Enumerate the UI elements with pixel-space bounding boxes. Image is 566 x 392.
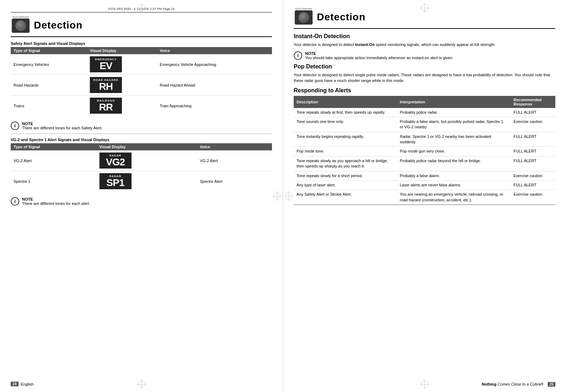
alert-desc: Pop mode tone. — [294, 147, 397, 156]
crosshair-right-left — [272, 191, 282, 201]
safety-table: Type of Signal Visual Display Voice Emer… — [11, 47, 272, 116]
left-footer-left: 24 English — [11, 382, 34, 386]
meta-text: 9376-XRS 9930 - 6 12/20/05 2:37 PM Page … — [108, 7, 175, 11]
alert-response: Exercise caution — [511, 117, 555, 132]
svg-text:i: i — [14, 198, 16, 204]
instant-on-para: Your detector is designed to detect Inst… — [294, 42, 555, 48]
note-box-right: i NOTE You should take appropriate actio… — [294, 51, 555, 60]
alert-response: Exercise caution — [511, 190, 555, 205]
detector-icon-right: Your Detector — [294, 7, 313, 27]
safety-col-type: Type of Signal — [11, 47, 87, 54]
instant-on-para2: speed monitoring signals, which can sudd… — [375, 42, 495, 47]
svg-text:i: i — [14, 123, 16, 128]
signal-type: Emergency Vehicles — [11, 54, 87, 75]
signal-type: VG-2 Alert — [11, 150, 97, 171]
left-page-title: Detection — [34, 20, 83, 31]
alert-desc: Tone instantly begins repeating rapidly. — [294, 132, 397, 147]
left-header: Your Detector Detection — [11, 15, 272, 37]
signal-display: RADAR SP1 — [97, 171, 197, 192]
table-row: Tone sounds one time only. Probably a fa… — [294, 117, 555, 132]
crosshair-left-right — [284, 191, 294, 201]
note-text-2: There are different tones for each alert… — [22, 201, 90, 206]
note-icon-1: i — [11, 122, 19, 130]
alerts-col-desc: Description — [294, 96, 397, 108]
signal-type: Trains — [11, 96, 87, 116]
alert-interp: Probably police radar. — [397, 108, 511, 117]
signal-voice: VG-2 Alert — [197, 150, 272, 171]
note-box-2: i NOTE There are different tones for eac… — [11, 197, 272, 206]
alert-interp: Probably police radar beyond the hill or… — [397, 156, 511, 171]
table-row: Tone instantly begins repeating rapidly.… — [294, 132, 555, 147]
table-row: Any type of laser alert. Laser alerts ar… — [294, 181, 555, 190]
signal-voice: Spectre Alert — [197, 171, 272, 192]
table-row: Spectre 1 RADAR SP1 Spectre Alert — [11, 171, 272, 192]
instant-note-title: NOTE — [305, 51, 316, 56]
vg2-col-type: Type of Signal — [11, 143, 97, 150]
table-row: Any Safety Alert or Strobe Alert. You ar… — [294, 190, 555, 205]
safety-col-display: Visual Display — [87, 47, 157, 54]
meta-bar-left: 9376-XRS 9930 - 6 12/20/05 2:37 PM Page … — [11, 7, 272, 12]
alert-response: FULL ALERT — [511, 181, 555, 190]
alert-interp: Pop mode gun very close. — [397, 147, 511, 156]
signal-type: Road Hazards — [11, 75, 87, 96]
detector-lens-right — [298, 12, 309, 23]
alert-interp: Probably a false alarm. — [397, 171, 511, 180]
alert-interp: Radar, Spectre 1 or VG-2 nearby has been… — [397, 132, 511, 147]
brand-pre: Nothing — [482, 382, 496, 386]
brand-rest: Comes Close to a Cobra — [496, 382, 541, 386]
detector-lens-left — [15, 20, 26, 31]
vg2-col-voice: Voice — [197, 143, 272, 150]
pop-section: Pop Detection Your detector is designed … — [294, 63, 555, 84]
vg2-col-display: Visual Display — [97, 143, 197, 150]
detector-graphic-left — [12, 19, 30, 33]
instant-on-bold: Instant-On — [355, 42, 375, 47]
signal-voice: Road Hazard Ahead — [157, 75, 272, 96]
right-footer: Nothing Comes Close to a Cobra® 25 — [283, 382, 566, 386]
table-row: Emergency Vehicles EMERGENCY EV Emergenc… — [11, 54, 272, 75]
signal-display: ROAD HAZARD RH — [87, 75, 157, 96]
right-header: Your Detector Detection — [294, 7, 555, 29]
instant-on-para1: Your detector is designed to detect — [294, 42, 355, 47]
alerts-col-interp: Interpretation — [397, 96, 511, 108]
right-page-title: Detection — [317, 11, 366, 23]
right-page: Your Detector Detection Instant-On Detec… — [283, 0, 566, 392]
alert-desc: Tone repeats slowly as you approach a hi… — [294, 156, 397, 171]
signal-voice: Emergency Vehicle Approaching — [157, 54, 272, 75]
safety-table-wrap: Safety Alert Signals and Visual Displays… — [11, 41, 272, 116]
alert-interp: Probably a false alarm, but possibly pul… — [397, 117, 511, 132]
table-row: Pop mode tone. Pop mode gun very close. … — [294, 147, 555, 156]
vg2-table: Type of Signal Visual Display Voice VG-2… — [11, 143, 272, 191]
table-row: Trains RAILROAD RR Train Approaching — [11, 96, 272, 116]
nothing-text: Nothing Comes Close to a Cobra® — [482, 382, 543, 386]
signal-type: Spectre 1 — [11, 171, 97, 192]
instant-on-title: Instant-On Detection — [294, 33, 555, 40]
alert-response: Exercise caution — [511, 171, 555, 180]
alert-desc: Any type of laser alert. — [294, 181, 397, 190]
right-page-num: 25 — [548, 382, 555, 387]
alert-response: FULL ALERT — [511, 108, 555, 117]
divider-1 — [11, 134, 272, 134]
detector-label-right: Your Detector — [294, 7, 313, 10]
right-footer-right: Nothing Comes Close to a Cobra® 25 — [482, 382, 555, 386]
svg-text:i: i — [297, 53, 299, 58]
alert-desc: Tone repeats slowly for a short period. — [294, 171, 397, 180]
note-title-1: NOTE — [22, 122, 33, 126]
note-box-1: i NOTE There are different tones for eac… — [11, 122, 272, 130]
detector-label-left: Your Detector — [11, 15, 30, 19]
note-icon-2: i — [11, 197, 19, 206]
note-text-1: There are different tones for each Safet… — [22, 126, 102, 130]
trademark: ® — [541, 382, 544, 386]
table-row: Tone repeats slowly as you approach a hi… — [294, 156, 555, 171]
note-content-1: NOTE There are different tones for each … — [22, 122, 102, 130]
table-row: VG-2 Alert RADAR VG2 VG-2 Alert — [11, 150, 272, 171]
signal-display: RADAR VG2 — [97, 150, 197, 171]
left-page-num: 24 — [11, 382, 19, 386]
alerts-col-response: Recommended Response — [511, 96, 555, 108]
detector-icon-left: Your Detector — [11, 15, 30, 35]
vg2-table-title: VG-2 and Spectre 1 Alert Signals and Vis… — [11, 138, 272, 142]
alert-interp: Laser alerts are never false alarms. — [397, 181, 511, 190]
note-content-2: NOTE There are different tones for each … — [22, 197, 90, 206]
responding-title: Responding to Alerts — [294, 87, 555, 94]
alert-response: FULL ALERT — [511, 147, 555, 156]
safety-col-voice: Voice — [157, 47, 272, 54]
